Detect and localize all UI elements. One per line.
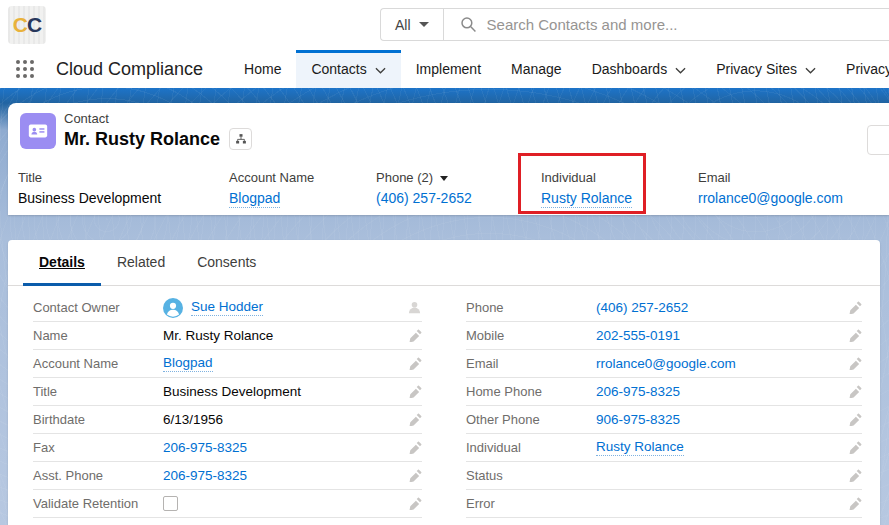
home-phone-link[interactable]: 206-975-8325 — [596, 384, 680, 399]
owner-link[interactable]: Sue Hodder — [191, 299, 263, 316]
search-scope-dropdown[interactable]: All — [381, 9, 443, 40]
page-background: Contact Mr. Rusty Rolance Title Business… — [0, 88, 889, 525]
entity-label: Contact — [64, 111, 252, 126]
app-launcher-icon[interactable] — [0, 50, 44, 88]
avatar — [163, 298, 183, 318]
nav-items: Home Contacts Implement Manage Dashboard… — [229, 50, 889, 88]
page-title: Mr. Rusty Rolance — [64, 129, 220, 150]
edit-pencil-icon[interactable] — [849, 357, 862, 370]
edit-pencil-icon[interactable] — [849, 413, 862, 426]
field-row-fax: Fax 206-975-8325 — [33, 434, 422, 462]
field-row-individual: Individual Rusty Rolance — [466, 434, 862, 462]
field-value: 6/13/1956 — [163, 412, 223, 427]
field-row-account-name: Account Name Blogpad — [33, 350, 422, 378]
fax-link[interactable]: 206-975-8325 — [163, 440, 247, 455]
change-owner-icon[interactable] — [407, 300, 422, 315]
edit-pencil-icon[interactable] — [409, 413, 422, 426]
other-phone-link[interactable]: 906-975-8325 — [596, 412, 680, 427]
hierarchy-button[interactable] — [229, 128, 252, 150]
field-row-email: Email rrolance0@google.com — [466, 350, 862, 378]
header-field-email: Email rrolance0@google.com — [698, 170, 843, 206]
chevron-down-icon[interactable] — [375, 67, 386, 74]
search-scope-label: All — [395, 17, 411, 33]
nav-bar: Cloud Compliance Home Contacts Implement… — [0, 50, 889, 88]
divider — [443, 8, 444, 41]
record-detail-panel: Details Related Consents Contact Owner — [8, 240, 880, 525]
email-link[interactable]: rrolance0@google.com — [698, 190, 843, 206]
tab-related[interactable]: Related — [101, 240, 181, 286]
field-row-mobile: Mobile 202-555-0191 — [466, 322, 862, 350]
global-search: All — [380, 8, 889, 41]
logo-letter: C — [27, 13, 41, 37]
nav-item-contacts[interactable]: Contacts — [296, 50, 400, 88]
nav-item-dashboards[interactable]: Dashboards — [577, 50, 702, 88]
tab-bar: Details Related Consents — [8, 240, 880, 286]
tab-consents[interactable]: Consents — [181, 240, 272, 286]
edit-pencil-icon[interactable] — [409, 441, 422, 454]
edit-pencil-icon[interactable] — [409, 385, 422, 398]
header-field-title: Title Business Development — [18, 170, 161, 206]
edit-pencil-icon[interactable] — [849, 441, 862, 454]
phone-dropdown-caret-icon[interactable] — [440, 176, 448, 181]
phone-link[interactable]: (406) 257-2652 — [596, 300, 688, 315]
edit-pencil-icon[interactable] — [409, 469, 422, 482]
edit-pencil-icon[interactable] — [409, 497, 422, 510]
field-row-validate-retention: Validate Retention — [33, 490, 422, 518]
tab-details[interactable]: Details — [23, 240, 101, 286]
field-row-birthdate: Birthdate 6/13/1956 — [33, 406, 422, 434]
email-link[interactable]: rrolance0@google.com — [596, 356, 736, 371]
header-field-phone: Phone (2) (406) 257-2652 — [376, 170, 472, 206]
nav-item-privacy-policies[interactable]: Privacy Pol — [831, 50, 889, 88]
header-field-account-name: Account Name Blogpad — [229, 170, 314, 206]
account-link[interactable]: Blogpad — [163, 355, 213, 372]
individual-link[interactable]: Rusty Rolance — [541, 190, 632, 208]
individual-link[interactable]: Rusty Rolance — [596, 439, 684, 456]
logo-letter: C — [13, 13, 27, 37]
field-row-title: Title Business Development — [33, 378, 422, 406]
edit-pencil-icon[interactable] — [849, 385, 862, 398]
global-header: C C All — [0, 0, 889, 50]
phone-link[interactable]: (406) 257-2652 — [376, 190, 472, 206]
field-row-error: Error — [466, 490, 862, 518]
nav-item-implement[interactable]: Implement — [401, 50, 496, 88]
field-row-contact-owner: Contact Owner Sue Hodder — [33, 294, 422, 322]
header-field-individual: Individual Rusty Rolance — [541, 170, 632, 206]
field-row-asst-phone: Asst. Phone 206-975-8325 — [33, 462, 422, 490]
field-row-home-phone: Home Phone 206-975-8325 — [466, 378, 862, 406]
search-icon — [460, 16, 477, 33]
nav-item-privacy-sites[interactable]: Privacy Sites — [701, 50, 831, 88]
search-input[interactable] — [487, 16, 889, 33]
record-header-panel: Contact Mr. Rusty Rolance Title Business… — [8, 103, 889, 215]
edit-pencil-icon[interactable] — [849, 301, 862, 314]
asst-phone-link[interactable]: 206-975-8325 — [163, 468, 247, 483]
caret-down-icon — [419, 22, 429, 27]
mobile-link[interactable]: 202-555-0191 — [596, 328, 680, 343]
edit-pencil-icon[interactable] — [409, 357, 422, 370]
validate-retention-checkbox[interactable] — [163, 496, 178, 511]
org-logo[interactable]: C C — [8, 6, 46, 44]
detail-fields: Contact Owner Sue Hodder — [8, 286, 880, 518]
edit-pencil-icon[interactable] — [849, 329, 862, 342]
edit-pencil-icon[interactable] — [849, 469, 862, 482]
nav-item-home[interactable]: Home — [229, 50, 296, 88]
edit-pencil-icon[interactable] — [409, 329, 422, 342]
field-row-other-phone: Other Phone 906-975-8325 — [466, 406, 862, 434]
field-value: Mr. Rusty Rolance — [163, 328, 273, 343]
chevron-down-icon[interactable] — [805, 67, 816, 74]
chevron-down-icon[interactable] — [675, 67, 686, 74]
edit-pencil-icon[interactable] — [849, 497, 862, 510]
field-value: Business Development — [18, 190, 161, 206]
field-value: Business Development — [163, 384, 301, 399]
nav-item-manage[interactable]: Manage — [496, 50, 577, 88]
app-name: Cloud Compliance — [44, 50, 229, 88]
account-link[interactable]: Blogpad — [229, 190, 280, 208]
field-row-phone: Phone (406) 257-2652 — [466, 294, 862, 322]
field-row-status: Status — [466, 462, 862, 490]
header-action-button[interactable] — [867, 125, 889, 155]
field-row-name: Name Mr. Rusty Rolance — [33, 322, 422, 350]
contact-entity-icon — [20, 113, 56, 149]
